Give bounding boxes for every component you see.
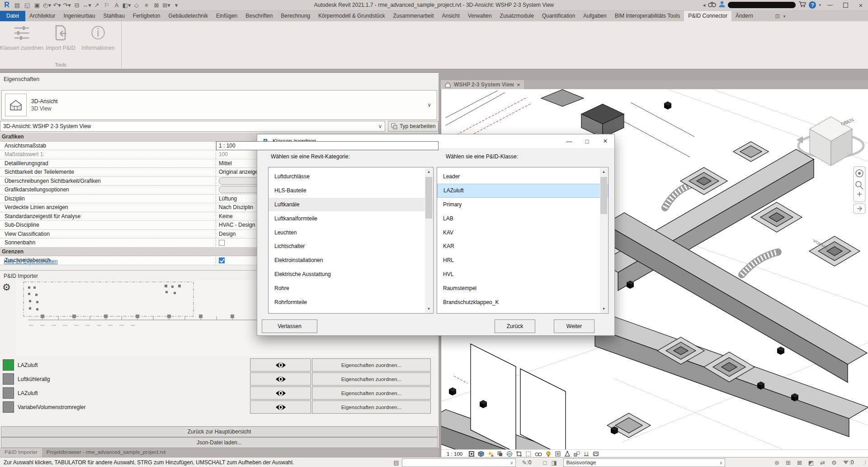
select-pinned-icon[interactable]: ⊠: [797, 459, 802, 466]
type-selector-chevron-icon[interactable]: ∨: [427, 102, 431, 108]
search-binoculars-icon[interactable]: [708, 1, 716, 9]
worksharing-display-icon[interactable]: [593, 451, 599, 457]
revit-category-list[interactable]: Luftdurchlässe HLS-Bauteile Luftkanäle L…: [268, 167, 434, 314]
background-processes-icon[interactable]: ⚙: [831, 459, 837, 466]
list-item[interactable]: Lichtschalter: [269, 239, 433, 253]
rendering-icon[interactable]: [506, 451, 513, 457]
reveal-hidden-icon[interactable]: [545, 451, 552, 457]
scroll-down-icon[interactable]: ▼: [425, 305, 433, 313]
displacement-sets-icon[interactable]: [574, 451, 580, 457]
tab-beschriften[interactable]: Beschriften: [241, 11, 277, 21]
dialog-maximize-button[interactable]: □: [578, 134, 596, 148]
undo-icon[interactable]: ↶▾: [52, 1, 61, 9]
visibility-toggle-button[interactable]: [250, 400, 311, 414]
assign-properties-button[interactable]: Eigenschaften zuordnen...: [312, 372, 431, 386]
hide-isolate-icon[interactable]: [535, 451, 542, 457]
customize-qat-icon[interactable]: ▾: [172, 1, 181, 9]
properties-help-link[interactable]: Hilfe zu Eigenschaften: [4, 258, 57, 265]
assign-properties-button[interactable]: Eigenschaften zuordnen...: [312, 386, 431, 400]
select-underlay-icon[interactable]: ⊞: [786, 459, 791, 466]
assign-properties-button[interactable]: Eigenschaften zuordnen...: [312, 400, 431, 414]
zuschneidebereich-checkbox[interactable]: [219, 257, 225, 263]
file-tabs-icon[interactable]: ▤: [13, 1, 22, 9]
tab-aufgaben[interactable]: Aufgaben: [579, 11, 610, 21]
save-icon[interactable]: ▣: [33, 1, 42, 9]
sonnenbahn-checkbox[interactable]: [219, 240, 225, 246]
tab-einfuegen[interactable]: Einfügen: [212, 11, 241, 21]
drag-on-selection-icon[interactable]: ⇄: [820, 459, 825, 466]
tab-aendern[interactable]: Ändern: [731, 11, 757, 21]
tab-architektur[interactable]: Architektur: [25, 11, 59, 21]
tab-bim-interoperabilitaets-tools[interactable]: BIM Interoperabilitäts Tools: [611, 11, 684, 21]
visibility-toggle-button[interactable]: [250, 386, 311, 400]
close-button[interactable]: ×: [854, 1, 867, 9]
help-icon[interactable]: ?: [809, 1, 816, 9]
list-item[interactable]: Brandschutzklappeo_K: [437, 295, 608, 309]
type-selector[interactable]: 3D-Ansicht 3D View ∨: [1, 90, 437, 120]
tab-koerpermodell[interactable]: Körpermodell & Grundstück: [314, 11, 389, 21]
measure-icon[interactable]: ↔▾: [82, 1, 91, 9]
scroll-thumb[interactable]: [425, 177, 432, 219]
property-row[interactable]: Ansichtsmaßstab1 : 100: [0, 142, 439, 151]
tab-projektbrowser[interactable]: Projektbrowser - rme_advanced_sample_pro…: [42, 448, 170, 457]
print-icon[interactable]: ⊟: [72, 1, 81, 9]
scroll-down-icon[interactable]: ▼: [600, 305, 608, 313]
view-tab-close-icon[interactable]: ×: [517, 81, 520, 88]
select-by-face-icon[interactable]: ◩: [808, 459, 814, 466]
view-selector-dropdown[interactable]: 3D-Ansicht: WSHP 2-3 System View ∨: [0, 121, 385, 132]
temporary-view-properties-icon[interactable]: [555, 451, 561, 457]
list-item[interactable]: LAB: [437, 211, 608, 225]
tab-pid-connector[interactable]: P&ID Connector: [684, 11, 731, 21]
user-account-icon[interactable]: [719, 1, 725, 9]
tab-datei[interactable]: Datei: [0, 11, 25, 21]
tab-stahlbau[interactable]: Stahlbau: [99, 11, 128, 21]
pid-class-list[interactable]: Leader LAZuluft Primary LAB KAV KAR HRL …: [437, 167, 609, 314]
reveal-constraints-icon[interactable]: [583, 451, 590, 457]
thin-lines-icon[interactable]: ≡: [142, 1, 151, 9]
crop-region-icon[interactable]: [525, 451, 532, 457]
tab-berechnung[interactable]: Berechnung: [277, 11, 314, 21]
filter-icon[interactable]: [843, 461, 849, 464]
informationen-button[interactable]: ⓘ Informationen: [78, 24, 118, 57]
workset-dropdown[interactable]: ∨: [402, 458, 516, 467]
import-pid-button[interactable]: Import P&ID: [43, 24, 78, 57]
text-icon[interactable]: A: [112, 1, 121, 9]
resize-grip[interactable]: ⡸: [863, 460, 867, 465]
design-options-dropdown[interactable]: Basisvorlage ∨: [563, 458, 725, 467]
tab-gebaeudetechnik[interactable]: Gebäudetechnik: [165, 11, 212, 21]
tab-quantification[interactable]: Quantification: [538, 11, 579, 21]
tab-fertigbeton[interactable]: Fertigbeton: [129, 11, 165, 21]
worksets-icon[interactable]: ▤: [393, 459, 399, 466]
visibility-toggle-button[interactable]: [250, 372, 311, 386]
switch-windows-icon[interactable]: ⊞▾: [162, 1, 171, 9]
design-option-icon-a[interactable]: □: [543, 459, 547, 466]
gear-icon[interactable]: ⚙: [2, 282, 11, 293]
close-inactive-windows-icon[interactable]: ⊠: [152, 1, 161, 9]
navigation-bar[interactable]: [854, 167, 865, 214]
shadows-icon[interactable]: [497, 451, 503, 457]
list-item[interactable]: Elektrische Ausstattung: [269, 267, 433, 281]
list-item[interactable]: HVL: [437, 267, 608, 281]
crop-view-icon[interactable]: [516, 451, 522, 457]
tab-zusatzmodule[interactable]: Zusatzmodule: [496, 11, 538, 21]
ribbon-state-icon[interactable]: ⊡: [775, 13, 780, 19]
viewcube-top-label[interactable]: OBEN: [840, 118, 855, 126]
minimize-button[interactable]: —: [824, 1, 836, 9]
load-json-button[interactable]: Json-Datei laden...: [1, 437, 438, 448]
design-option-icon-b[interactable]: ◨: [551, 459, 557, 466]
help-caret-icon[interactable]: ▾: [819, 3, 821, 7]
list-item[interactable]: Rohre: [269, 281, 433, 295]
edit-type-button[interactable]: Typ bearbeiten: [388, 121, 439, 132]
tab-zusammenarbeit[interactable]: Zusammenarbeit: [389, 11, 438, 21]
tag-by-category-icon[interactable]: ⚐: [102, 1, 111, 9]
search-collapse-icon[interactable]: ◂: [703, 2, 705, 8]
scrollbar[interactable]: ▲ ▼: [425, 168, 433, 313]
scroll-thumb[interactable]: [600, 177, 607, 214]
collaborate-icon[interactable]: ◴▾: [42, 1, 52, 9]
list-item[interactable]: HRL: [437, 253, 608, 267]
scrollbar[interactable]: ▲ ▼: [600, 168, 608, 313]
list-item[interactable]: Elektroinstallationen: [269, 253, 433, 267]
list-item[interactable]: KAV: [437, 225, 608, 239]
verlassen-button[interactable]: Verlassen: [262, 319, 317, 333]
visual-style-icon[interactable]: [478, 451, 484, 457]
